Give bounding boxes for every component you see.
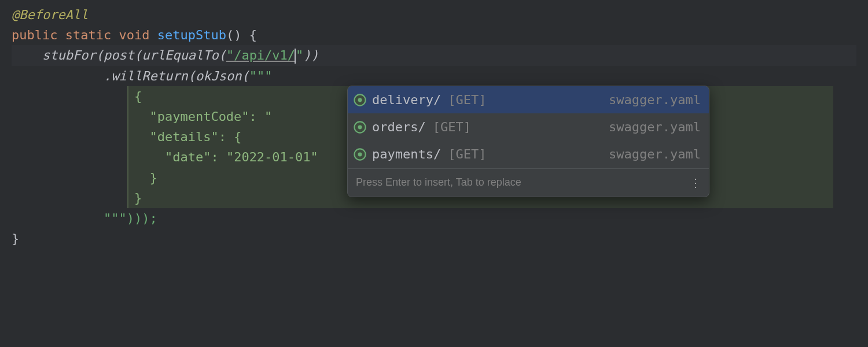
code-line: @BeforeAll bbox=[12, 5, 856, 25]
svg-point-3 bbox=[358, 125, 362, 129]
completion-popup[interactable]: delivery/ [GET] swagger.yaml orders/ [GE… bbox=[347, 86, 709, 197]
completion-method: [GET] bbox=[448, 144, 486, 164]
endpoint-icon bbox=[354, 94, 366, 106]
completion-label: delivery/ bbox=[372, 90, 441, 110]
method-declaration: setupStub bbox=[157, 28, 226, 42]
keyword-public: public bbox=[12, 28, 57, 42]
code-line: .willReturn(okJson(""" bbox=[12, 66, 856, 86]
annotation: @BeforeAll bbox=[12, 8, 88, 22]
completion-source: swagger.yaml bbox=[609, 117, 701, 137]
completion-source: swagger.yaml bbox=[609, 90, 701, 110]
string-close: " bbox=[296, 48, 303, 62]
keyword-void: void bbox=[119, 28, 149, 42]
completion-method: [GET] bbox=[433, 117, 471, 137]
json-key: "paymentCode" bbox=[149, 109, 249, 124]
completion-item[interactable]: payments/ [GET] swagger.yaml bbox=[348, 141, 709, 168]
code-line-current: stubFor(post(urlEqualTo("/api/v1/")) bbox=[12, 45, 856, 65]
code-line: """))); bbox=[12, 208, 856, 228]
completion-footer: Press Enter to insert, Tab to replace ⋮ bbox=[348, 168, 709, 197]
completion-method: [GET] bbox=[448, 90, 486, 110]
call-urlequalto: urlEqualTo bbox=[142, 48, 218, 62]
keyword-static: static bbox=[65, 28, 111, 42]
string-url: "/api/v1/ bbox=[226, 48, 295, 62]
json-key: "details" bbox=[149, 130, 218, 144]
code-line: } bbox=[12, 228, 856, 249]
json-brace-close: } bbox=[134, 191, 142, 205]
brace-close: } bbox=[12, 231, 19, 246]
closing-literals: """))); bbox=[104, 211, 157, 226]
json-val: "2022-01-01" bbox=[226, 150, 318, 164]
json-key: "date" bbox=[165, 150, 211, 164]
call-willreturn: willReturn bbox=[111, 69, 187, 83]
endpoint-icon bbox=[354, 121, 366, 134]
completion-label: orders/ bbox=[372, 117, 426, 137]
triple-quote-open: """ bbox=[249, 69, 273, 83]
completion-hint: Press Enter to insert, Tab to replace bbox=[356, 174, 521, 191]
json-val-partial: " bbox=[257, 109, 273, 124]
completion-item[interactable]: orders/ [GET] swagger.yaml bbox=[348, 113, 709, 141]
call-post: post bbox=[104, 48, 134, 62]
code-line: public static void setupStub() { bbox=[12, 25, 856, 45]
json-brace-close: } bbox=[149, 171, 157, 185]
more-icon[interactable]: ⋮ bbox=[690, 174, 701, 192]
call-stubfor: stubFor bbox=[42, 48, 96, 62]
completion-item[interactable]: delivery/ [GET] swagger.yaml bbox=[348, 86, 709, 113]
call-okjson: okJson bbox=[196, 69, 241, 83]
json-brace-open: { bbox=[134, 89, 142, 104]
completion-label: payments/ bbox=[372, 144, 441, 164]
completion-source: swagger.yaml bbox=[609, 144, 701, 164]
svg-point-5 bbox=[358, 153, 362, 157]
text-caret bbox=[295, 49, 296, 64]
endpoint-icon bbox=[354, 148, 366, 161]
svg-point-1 bbox=[358, 98, 362, 102]
